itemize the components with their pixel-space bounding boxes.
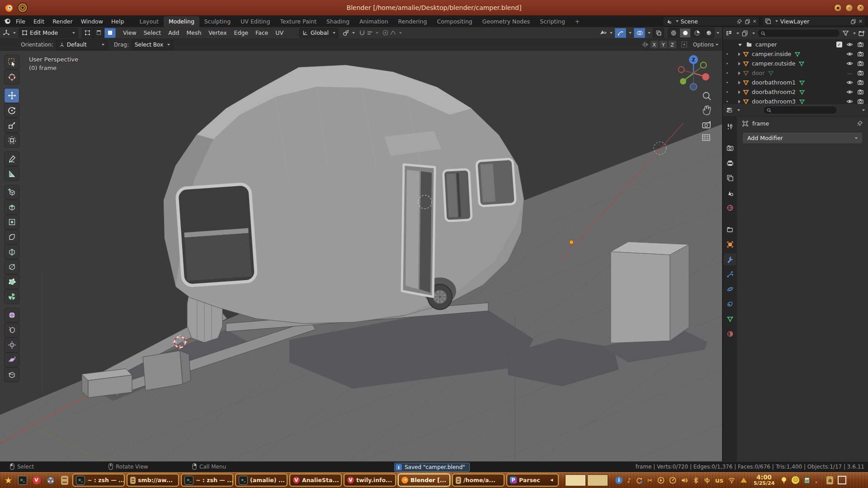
task-twily[interactable]: Vtwily.info...	[344, 474, 396, 487]
tool-loop-cut[interactable]	[5, 245, 19, 259]
desktop-frame-tray-icon[interactable]	[838, 476, 846, 484]
tool-inset-faces[interactable]	[5, 215, 19, 229]
tab-geometry-nodes[interactable]: Geometry Nodes	[477, 16, 535, 27]
window-minimize-button[interactable]: –	[845, 4, 853, 12]
pin-icon[interactable]	[857, 120, 863, 127]
tab-shading[interactable]: Shading	[321, 16, 354, 27]
mode-selector[interactable]: Edit Mode	[19, 28, 78, 38]
unlink-scene-icon[interactable]: ✕	[753, 19, 757, 24]
shading-wireframe-button[interactable]	[668, 28, 679, 38]
toggle-xray-button[interactable]	[653, 28, 664, 38]
snapping-magnet-icon[interactable]	[359, 29, 366, 37]
collapse-icon[interactable]	[738, 44, 742, 46]
outliner-editor-icon[interactable]	[726, 30, 732, 37]
terminal-launcher-icon[interactable]: >_	[17, 474, 28, 486]
disable-render-camera-icon[interactable]	[857, 89, 864, 95]
shading-material-preview-button[interactable]	[691, 28, 703, 38]
chevron-down-icon[interactable]	[752, 33, 755, 34]
menu-edit[interactable]: Edit	[29, 18, 48, 25]
tool-smooth[interactable]	[5, 308, 19, 322]
front-window[interactable]	[177, 183, 257, 286]
bluetooth-tray-icon[interactable]	[693, 477, 699, 484]
tool-rip-region[interactable]	[5, 368, 19, 382]
tab-scene[interactable]	[724, 187, 736, 199]
media-player-launcher-icon[interactable]	[45, 474, 56, 486]
falloff-curve-icon[interactable]	[390, 29, 396, 36]
filter-icon[interactable]	[842, 30, 849, 37]
dial-tray-icon[interactable]	[669, 477, 676, 484]
drag-mode-dropdown[interactable]: Select Box	[132, 40, 173, 50]
tool-shear[interactable]	[5, 353, 19, 367]
tab-output[interactable]	[724, 157, 736, 169]
object-name[interactable]: door	[752, 70, 764, 76]
menu-select[interactable]: Select	[140, 29, 165, 36]
task-amalie[interactable]: >_(amalie) ...	[235, 474, 288, 487]
tab-scripting[interactable]: Scripting	[535, 16, 570, 27]
side-window-1[interactable]	[443, 169, 472, 221]
window-shade-button[interactable]: ◆	[834, 4, 842, 12]
dictionary-tray-icon[interactable]: a	[826, 476, 833, 484]
keyboard-layout-indicator[interactable]: us	[715, 477, 723, 484]
viewlayer-selector[interactable]: ViewLayer ✕	[762, 16, 865, 26]
menu-edge[interactable]: Edge	[231, 29, 252, 36]
scene-name[interactable]: Scene	[681, 18, 734, 25]
wifi-tray-icon[interactable]	[728, 477, 736, 483]
chevron-down-icon[interactable]	[853, 33, 856, 34]
tab-physics[interactable]	[724, 283, 736, 295]
gizmo-x-neg-axis[interactable]	[679, 67, 684, 73]
expand-icon[interactable]	[738, 90, 741, 94]
menu-view[interactable]: View	[119, 29, 140, 36]
tab-tool[interactable]	[724, 121, 736, 132]
display-mode-icon[interactable]	[741, 30, 748, 37]
tab-layout[interactable]: Layout	[134, 16, 164, 27]
disable-render-camera-icon[interactable]	[857, 70, 864, 76]
blender-app-icon[interactable]	[3, 17, 12, 25]
tool-rotate[interactable]	[5, 103, 19, 117]
task-zsh-1[interactable]: >_~ : zsh — ...	[72, 474, 125, 487]
collection-checkbox[interactable]: ✓	[836, 42, 842, 47]
transform-orientation-dropdown[interactable]: Global	[299, 28, 339, 38]
window-close-button[interactable]: ✕	[857, 4, 864, 12]
tool-transform[interactable]	[5, 133, 19, 147]
remove-viewlayer-icon[interactable]: ✕	[859, 19, 863, 24]
music-tray-icon[interactable]: ♪	[627, 477, 631, 484]
orientation-default-dropdown[interactable]: Default	[56, 40, 108, 50]
chevron-down-icon[interactable]	[737, 109, 740, 111]
tab-constraints[interactable]	[724, 298, 736, 310]
gizmo-x-axis[interactable]	[702, 73, 709, 80]
tool-scale[interactable]	[5, 118, 19, 132]
tab-uv-editing[interactable]: UV Editing	[236, 16, 275, 27]
menu-face[interactable]: Face	[252, 29, 272, 36]
tab-object-data[interactable]	[724, 313, 736, 325]
options-dropdown[interactable]: Options	[693, 42, 718, 48]
pin-icon[interactable]	[736, 19, 742, 24]
add-workspace-button[interactable]: +	[570, 16, 585, 27]
menu-star-icon[interactable]: ★	[3, 474, 14, 486]
tool-add-cube[interactable]	[5, 185, 19, 199]
show-overlays-button[interactable]	[634, 28, 645, 38]
expand-icon[interactable]	[738, 62, 741, 66]
tool-cursor[interactable]	[5, 70, 19, 84]
task-parsec[interactable]: PParsec	[506, 474, 559, 487]
hide-eye-icon[interactable]	[846, 51, 853, 57]
updates-warning-tray-icon[interactable]	[740, 477, 747, 483]
vivaldi-launcher-icon[interactable]: V	[31, 474, 42, 486]
workspace-pager[interactable]	[565, 474, 608, 486]
mirror-icon[interactable]	[642, 41, 649, 48]
usb-tray-icon[interactable]	[703, 477, 711, 484]
info-tray-icon[interactable]: i	[615, 477, 623, 484]
mirror-y-button[interactable]: Y	[660, 41, 667, 48]
tool-poly-build[interactable]	[5, 275, 19, 289]
mirror-z-button[interactable]: Z	[669, 41, 676, 48]
hide-eye-icon[interactable]	[846, 98, 853, 104]
tool-knife[interactable]	[5, 260, 19, 274]
workspace-1[interactable]	[565, 474, 586, 486]
tab-particles[interactable]	[724, 268, 736, 280]
task-zsh-2[interactable]: >_~ : zsh — ...	[181, 474, 233, 487]
shading-solid-button[interactable]	[679, 28, 691, 38]
menu-render[interactable]: Render	[48, 18, 77, 25]
object-name[interactable]: doorbathroom3	[752, 98, 796, 104]
edge-select-mode-button[interactable]	[93, 28, 104, 38]
new-collection-icon[interactable]	[858, 30, 865, 37]
chevron-down-icon[interactable]	[862, 109, 865, 111]
